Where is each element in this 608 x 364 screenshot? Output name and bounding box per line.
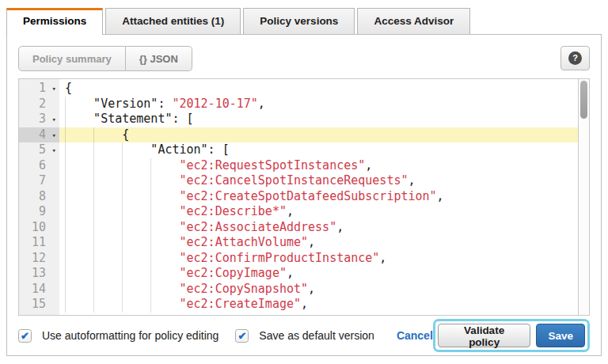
view-toggle-group: Policy summary {} JSON [18, 46, 192, 71]
indent-guides [65, 297, 179, 313]
line-number: 2 [19, 97, 59, 112]
code-line[interactable]: { [59, 127, 578, 143]
autoformat-checkbox[interactable]: ✔ [18, 329, 32, 343]
code-line[interactable]: "ec2:AssociateAddress", [59, 220, 578, 236]
code-line[interactable]: "ec2:ConfirmProductInstance", [59, 251, 578, 267]
code-line[interactable]: "ec2:AttachVolume", [59, 235, 578, 251]
code-line[interactable]: "ec2:Describe*", [59, 204, 578, 220]
indent-guides [65, 282, 179, 298]
line-number: 14 [19, 282, 59, 298]
line-number: 9 [19, 204, 59, 220]
save-button[interactable]: Save [536, 324, 585, 347]
code-line[interactable]: "ec2:CreateSpotDatafeedSubscription", [59, 189, 578, 205]
indent-guides [65, 97, 93, 112]
fold-arrow-icon[interactable]: ▾ [52, 128, 56, 144]
tab-policy-versions[interactable]: Policy versions [243, 8, 355, 34]
validate-policy-button[interactable]: Validate policy [438, 324, 531, 347]
policy-editor-page: PermissionsAttached entities (1)Policy v… [0, 8, 608, 364]
save-focus-ring: Validate policy Save [433, 319, 590, 352]
policy-summary-button[interactable]: Policy summary [18, 46, 126, 71]
line-number: 13 [19, 266, 59, 282]
editor-toolbar: Policy summary {} JSON ? [18, 46, 590, 71]
line-number: 5▾ [19, 142, 59, 158]
tab-permissions[interactable]: Permissions [6, 8, 103, 35]
indent-guides [65, 235, 179, 251]
default-version-checkbox[interactable]: ✔ [235, 329, 249, 343]
code-line[interactable]: "ec2:CreateImage", [59, 297, 578, 313]
fold-arrow-icon[interactable]: ▾ [52, 82, 56, 97]
indent-guides [65, 142, 150, 158]
code-line[interactable]: "ec2:CopySnapshot", [59, 282, 578, 298]
help-button[interactable]: ? [560, 46, 590, 70]
editor-code[interactable]: {"Version": "2012-10-17","Statement": [{… [59, 79, 578, 315]
line-number: 8 [19, 189, 59, 205]
editor-scrollbar[interactable] [578, 79, 589, 315]
cancel-link[interactable]: Cancel [397, 329, 433, 342]
indent-guides [65, 127, 122, 143]
indent-guides [65, 204, 179, 220]
fold-arrow-icon[interactable]: ▾ [52, 112, 56, 128]
line-number: 10 [19, 220, 59, 236]
indent-guides [65, 220, 179, 236]
code-line[interactable]: "Version": "2012-10-17", [59, 97, 578, 112]
line-number: 15 [19, 297, 59, 313]
line-number: 7 [19, 173, 59, 189]
help-icon: ? [568, 51, 582, 65]
indent-guides [65, 266, 179, 282]
code-line[interactable]: "Action": [ [59, 142, 578, 158]
json-button[interactable]: {} JSON [126, 46, 192, 71]
indent-guides [65, 189, 179, 205]
code-line[interactable]: "ec2:CancelSpotInstanceRequests", [59, 173, 578, 189]
line-number: 6 [19, 158, 59, 174]
code-line[interactable]: "ec2:CopyImage", [59, 266, 578, 282]
indent-guides [65, 173, 179, 189]
default-version-label: Save as default version [259, 329, 374, 342]
editor-gutter: 1▾23▾4▾5▾6789101112131415 [19, 79, 59, 315]
policy-json-editor[interactable]: 1▾23▾4▾5▾6789101112131415 {"Version": "2… [18, 78, 590, 316]
code-line[interactable]: "Statement": [ [59, 112, 578, 127]
code-line[interactable]: { [59, 81, 578, 97]
line-number: 11 [19, 235, 59, 251]
tab-attached-entities-1[interactable]: Attached entities (1) [105, 8, 241, 34]
line-number: 12 [19, 251, 59, 267]
tab-bar: PermissionsAttached entities (1)Policy v… [0, 8, 608, 34]
autoformat-label: Use autoformatting for policy editing [42, 329, 218, 342]
fold-arrow-icon[interactable]: ▾ [52, 143, 56, 159]
permissions-panel: Policy summary {} JSON ? 1▾23▾4▾5▾678910… [6, 34, 602, 356]
indent-guides [65, 112, 93, 127]
tab-access-advisor[interactable]: Access Advisor [357, 8, 470, 34]
indent-guides [65, 158, 179, 174]
code-line[interactable]: "ec2:RequestSpotInstances", [59, 158, 578, 174]
line-number: 4▾ [19, 127, 59, 143]
scrollbar-thumb[interactable] [580, 81, 587, 119]
indent-guides [65, 251, 179, 267]
editor-footer: ✔ Use autoformatting for policy editing … [18, 319, 590, 352]
line-number: 3▾ [19, 112, 59, 127]
line-number: 1▾ [19, 81, 59, 97]
